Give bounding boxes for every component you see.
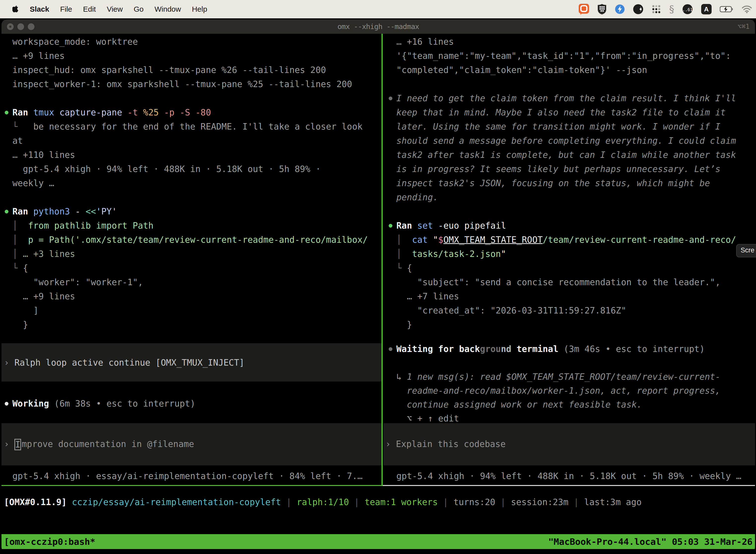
terminal-line bbox=[396, 77, 755, 91]
usage-61-icon[interactable]: ..61 bbox=[682, 4, 693, 15]
terminal-line: "worker": "worker-1", bbox=[12, 275, 381, 289]
terminal-line: readme-and-reco/mailbox/worker-1.json, a… bbox=[396, 384, 755, 398]
menu-item-file[interactable]: File bbox=[60, 5, 72, 13]
line-bullet-icon bbox=[5, 210, 8, 214]
line-bullet-icon bbox=[5, 402, 8, 405]
terminal-line: … +9 lines bbox=[12, 49, 381, 63]
terminal-line: Ran python3 - <<'PY' bbox=[12, 205, 381, 219]
terminal-line bbox=[396, 205, 755, 219]
terminal-line: │ p = Path('.omx/state/team/review-curre… bbox=[12, 233, 381, 247]
ralph-loop-banner: › Ralph loop active continue [OMX_TMUX_I… bbox=[1, 343, 383, 382]
menu-item-go[interactable]: Go bbox=[134, 5, 144, 13]
terminal-line: … +7 lines bbox=[396, 289, 755, 303]
terminal-line bbox=[396, 356, 755, 370]
terminal-line: inspect_worker-1: omx sparkshell --tmux-… bbox=[12, 77, 381, 91]
title-bar: omx --xhigh --madmax ⌥⌘1 bbox=[1, 19, 755, 34]
terminal-window: omx --xhigh --madmax ⌥⌘1 workspace_mode:… bbox=[1, 19, 755, 553]
svg-text:A: A bbox=[704, 5, 709, 13]
omx-status-line: [OMX#0.11.9] cczip/essay/ai-reimplementa… bbox=[4, 495, 642, 509]
tmux-status-bar: [omx-cczip0:bash* "MacBook-Pro-44.local"… bbox=[1, 534, 755, 549]
terminal-line: gpt-5.4 xhigh · 94% left · 488K in · 5.1… bbox=[12, 162, 381, 176]
waiting-status-block: Waiting for background terminal (3m 46s … bbox=[383, 342, 755, 426]
terminal-line: … +110 lines bbox=[12, 148, 381, 162]
terminal-line: └ { bbox=[12, 261, 381, 275]
line-bullet-icon bbox=[5, 111, 8, 114]
terminal-line: "completed","claim_token":"claim-token"}… bbox=[396, 63, 755, 77]
terminal-line: │ … +3 lines bbox=[12, 247, 381, 261]
window-shortcut-hint: ⌥⌘1 bbox=[737, 19, 750, 34]
working-status: Working (6m 38s • esc to interrupt) bbox=[1, 397, 381, 411]
section-curl-icon[interactable]: § bbox=[669, 3, 674, 15]
terminal-line: ↳ 1 new msg(s): read $OMX_TEAM_STATE_ROO… bbox=[396, 370, 755, 384]
ralph-loop-text: › Ralph loop active continue [OMX_TMUX_I… bbox=[1, 343, 383, 370]
terminal-line: '{"team_name":"my-team","task_id":"1","f… bbox=[396, 49, 755, 63]
terminal-line: Waiting for background terminal (3m 46s … bbox=[396, 342, 755, 356]
terminal-line: … +16 lines bbox=[396, 35, 755, 49]
terminal-line bbox=[12, 91, 381, 106]
screen-capture-tooltip: Scre bbox=[736, 244, 756, 258]
terminal-line: └ { bbox=[396, 261, 755, 275]
battery-charging-icon[interactable] bbox=[720, 6, 734, 13]
screen-capture-tooltip-label: Scre bbox=[741, 246, 755, 254]
composer-placeholder-right: › Explain this codebase bbox=[383, 423, 755, 451]
window-title: omx --xhigh --madmax bbox=[1, 19, 755, 34]
line-bullet-icon bbox=[389, 97, 392, 100]
moon-app-icon[interactable] bbox=[633, 4, 643, 14]
terminal-line: Ran tmux capture-pane -t %25 -p -S -80 bbox=[12, 106, 381, 120]
terminal-line: │ tasks/task-2.json" bbox=[396, 247, 755, 261]
line-bullet-icon bbox=[389, 224, 392, 228]
terminal-line: │ cat "$OMX_TEAM_STATE_ROOT/team/review-… bbox=[396, 233, 755, 247]
menu-item-slack[interactable]: Slack bbox=[30, 5, 49, 13]
pane-border-active bbox=[1, 485, 383, 486]
terminal-line: is in progress? It seems likely but perh… bbox=[396, 162, 755, 176]
pane-divider[interactable] bbox=[381, 34, 383, 486]
terminal-line: … +9 lines bbox=[12, 289, 381, 303]
terminal-line: └ be necessary for the end of the README… bbox=[12, 120, 381, 134]
terminal-line: ] bbox=[12, 303, 381, 318]
terminal-line: at bbox=[12, 134, 381, 148]
menu-bar: Slack File Edit View Go Window Help § ..… bbox=[0, 0, 756, 18]
terminal-line: should send a message before completing … bbox=[396, 134, 755, 148]
menu-item-edit[interactable]: Edit bbox=[83, 5, 96, 13]
dots-grid-icon[interactable] bbox=[651, 4, 661, 14]
terminal-line: Working (6m 38s • esc to interrupt) bbox=[12, 397, 381, 411]
terminal-line: } bbox=[396, 318, 755, 332]
menu-item-view[interactable]: View bbox=[107, 5, 123, 13]
terminal-line: later. Using the same for transition mig… bbox=[396, 120, 755, 134]
composer-input-left[interactable]: › Improve documentation in @filename bbox=[1, 423, 383, 465]
terminal-line: continue assigned work or next feasible … bbox=[396, 398, 755, 411]
chat-bubble-icon[interactable] bbox=[578, 3, 589, 15]
svg-text:..61: ..61 bbox=[683, 7, 693, 12]
composer-input-right[interactable]: › Explain this codebase bbox=[383, 423, 755, 465]
terminal-line: "created_at": "2026-03-31T11:59:27.816Z" bbox=[396, 303, 755, 318]
menu-item-window[interactable]: Window bbox=[154, 5, 181, 13]
terminal-line: weekly … bbox=[12, 176, 381, 190]
menu-item-help[interactable]: Help bbox=[192, 5, 207, 13]
wifi-icon[interactable] bbox=[742, 5, 752, 13]
terminal-line bbox=[12, 190, 381, 205]
terminal-line: } bbox=[12, 318, 381, 332]
pane-border-inactive bbox=[383, 485, 755, 486]
terminal-pane-right[interactable]: … +16 lines'{"team_name":"my-team","task… bbox=[383, 35, 755, 332]
tmux-session-name: [omx-cczip0:bash* bbox=[1, 537, 95, 547]
line-bullet-icon bbox=[389, 347, 392, 351]
terminal-content: workspace_mode: worktree… +9 linesinspec… bbox=[1, 34, 755, 553]
terminal-line: task2 after task1 is complete, but can I… bbox=[396, 148, 755, 162]
terminal-line: I need to get the claim token from the c… bbox=[396, 91, 755, 106]
terminal-pane-left[interactable]: workspace_mode: worktree… +9 linesinspec… bbox=[1, 35, 381, 332]
composer-placeholder-left: › Improve documentation in @filename bbox=[1, 423, 383, 451]
tmux-host-clock: "MacBook-Pro-44.local" 05:03 31-Mar-26 bbox=[548, 537, 755, 547]
shield-grid-icon[interactable] bbox=[597, 4, 607, 15]
terminal-line: inspect_hud: omx sparkshell --tmux-pane … bbox=[12, 63, 381, 77]
terminal-line: │ from pathlib import Path bbox=[12, 219, 381, 233]
model-status-right: gpt-5.4 xhigh · 94% left · 488K in · 5.1… bbox=[396, 469, 741, 483]
input-source-a-icon[interactable]: A bbox=[701, 4, 712, 15]
terminal-line: workspace_mode: worktree bbox=[12, 35, 381, 49]
terminal-line: keep that in mind. Maybe I also need the… bbox=[396, 106, 755, 120]
apple-menu-icon[interactable] bbox=[12, 5, 19, 13]
terminal-line: pending. bbox=[396, 190, 755, 205]
terminal-line: "subject": "send a concise recommendatio… bbox=[396, 275, 755, 289]
terminal-line: inspect task2's JSON, focusing on the st… bbox=[396, 176, 755, 190]
model-status-left: gpt-5.4 xhigh · essay/ai-reimplementatio… bbox=[12, 469, 363, 483]
badge-bolt-icon[interactable] bbox=[615, 4, 625, 14]
